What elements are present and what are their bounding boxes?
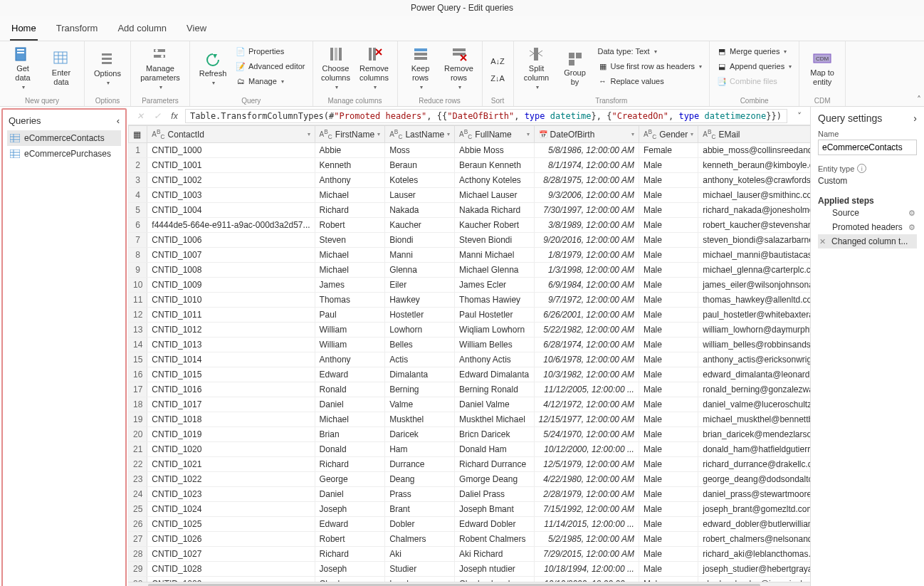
cell[interactable]: CNTID_1029 [147, 577, 315, 582]
cell[interactable]: CNTID_1021 [147, 457, 315, 472]
cell[interactable]: Studier [385, 562, 455, 577]
cell[interactable]: Donald Ham [455, 442, 535, 457]
gear-icon[interactable]: ⚙ [908, 223, 915, 232]
cell[interactable]: CNTID_1002 [147, 173, 315, 188]
row-number[interactable]: 5 [129, 203, 147, 218]
cell[interactable]: Kenneth [315, 158, 385, 173]
cell[interactable]: 5/2/1985, 12:00:00 AM [534, 532, 639, 547]
cell[interactable]: Male [639, 562, 698, 577]
row-number[interactable]: 1 [129, 143, 147, 158]
applied-step[interactable]: Promoted headers⚙ [818, 220, 917, 234]
row-number[interactable]: 17 [129, 382, 147, 397]
cell[interactable]: Ham [385, 442, 455, 457]
cell[interactable]: Joseph [315, 562, 385, 577]
row-number[interactable]: 9 [129, 263, 147, 278]
table-row[interactable]: 20CNTID_1019BrianDaricekBricn Daricek5/2… [129, 427, 811, 442]
table-row[interactable]: 21CNTID_1020DonaldHamDonald Ham10/12/200… [129, 442, 811, 457]
cell[interactable]: 7/15/1992, 12:00:00 AM [534, 502, 639, 517]
cell[interactable]: Male [639, 487, 698, 502]
cell[interactable]: Abbie [315, 143, 385, 158]
filter-dropdown-icon[interactable]: ▾ [527, 131, 530, 137]
scrollbar-thumb[interactable] [148, 584, 760, 587]
cell[interactable]: Joseph [315, 502, 385, 517]
cell[interactable]: Nakada [385, 203, 455, 218]
column-header-fullname[interactable]: ABCFullName▾ [455, 126, 535, 143]
enter-data-button[interactable]: Enter data [43, 44, 80, 93]
cell[interactable]: Deang [385, 472, 455, 487]
cell[interactable]: 6/9/1984, 12:00:00 AM [534, 278, 639, 293]
row-number[interactable]: 18 [129, 397, 147, 412]
row-number[interactable]: 23 [129, 472, 147, 487]
column-header-dateofbirth[interactable]: 📅DateOfBirth▾ [534, 126, 639, 143]
cell[interactable]: Male [639, 308, 698, 323]
cell[interactable]: 6/26/2001, 12:00:00 AM [534, 308, 639, 323]
cell[interactable]: Male [639, 323, 698, 338]
cell[interactable]: CNTID_1019 [147, 427, 315, 442]
cell[interactable]: Aki Richard [455, 547, 535, 562]
cell[interactable]: 10/12/2000, 12:00:00 ... [534, 442, 639, 457]
cell[interactable]: 7/29/2015, 12:00:00 AM [534, 547, 639, 562]
cell[interactable]: 6/28/1974, 12:00:00 AM [534, 338, 639, 352]
cell[interactable]: Charles [315, 577, 385, 582]
cell[interactable]: abbie_moss@collinsreedandhoward.com [698, 143, 810, 158]
cell[interactable]: Charles Laedes [455, 577, 535, 582]
cell[interactable]: Richard [315, 457, 385, 472]
row-number[interactable]: 12 [129, 308, 147, 323]
cell[interactable]: Male [639, 502, 698, 517]
row-number[interactable]: 30 [129, 577, 147, 582]
manage-button[interactable]: 🗂Manage▾ [233, 74, 308, 88]
delete-step-icon[interactable]: ✕ [819, 237, 826, 246]
cell[interactable]: William [315, 323, 385, 338]
cell[interactable]: 4/12/1972, 12:00:00 AM [534, 397, 639, 412]
cell[interactable]: Durrance [385, 457, 455, 472]
cell[interactable]: Male [639, 367, 698, 382]
row-number[interactable]: 27 [129, 532, 147, 547]
cell[interactable]: joseph_brant@gomezltd.com [698, 502, 810, 517]
row-number[interactable]: 22 [129, 457, 147, 472]
cell[interactable]: Biondi [385, 233, 455, 248]
cell[interactable]: Male [639, 293, 698, 308]
cell[interactable]: Prass [385, 487, 455, 502]
cell[interactable]: Male [639, 352, 698, 367]
cell[interactable]: 5/24/1970, 12:00:00 AM [534, 427, 639, 442]
map-to-entity-button[interactable]: CDM Map to entity [804, 44, 841, 93]
cell[interactable]: Robert [315, 218, 385, 233]
cell[interactable]: Nakada Richard [455, 203, 535, 218]
table-row[interactable]: 4CNTID_1003MichaelLauserMichael Lauser9/… [129, 188, 811, 203]
filter-dropdown-icon[interactable]: ▾ [691, 131, 693, 137]
table-row[interactable]: 2CNTID_1001KennethBeraunBeraun Kenneth8/… [129, 158, 811, 173]
cell[interactable]: Male [639, 382, 698, 397]
append-queries-button[interactable]: ⬓Append queries▾ [714, 59, 794, 73]
cell[interactable]: Aki [385, 547, 455, 562]
cell[interactable]: CNTID_1007 [147, 248, 315, 263]
cell[interactable]: Male [639, 472, 698, 487]
cell[interactable]: Valme [385, 397, 455, 412]
tab-transform[interactable]: Transform [55, 20, 100, 41]
cell[interactable]: 11/14/2015, 12:00:00 ... [534, 517, 639, 532]
cell[interactable]: Brian [315, 427, 385, 442]
table-row[interactable]: 10CNTID_1009JamesEilerJames Ecler6/9/198… [129, 278, 811, 293]
query-item-ecommerce-purchases[interactable]: eCommercePurchases [7, 146, 121, 162]
cell[interactable]: michael_muskthel@bennettburnett.com [698, 412, 810, 427]
cell[interactable]: Hawkey [385, 293, 455, 308]
table-row[interactable]: 16CNTID_1015EdwardDimalantaEdward Dimala… [129, 367, 811, 382]
cell[interactable]: Michael Lauser [455, 188, 535, 203]
cell[interactable]: Ronald [315, 382, 385, 397]
table-row[interactable]: 7CNTID_1006StevenBiondiSteven Biondi9/20… [129, 233, 811, 248]
tab-view[interactable]: View [185, 20, 208, 41]
cell[interactable]: Edward [315, 517, 385, 532]
cell[interactable]: Bricn Daricek [455, 427, 535, 442]
cell[interactable]: Donald [315, 442, 385, 457]
row-number[interactable]: 25 [129, 502, 147, 517]
cell[interactable]: CNTID_1027 [147, 547, 315, 562]
column-header-gender[interactable]: ABCGender▾ [639, 126, 698, 143]
cell[interactable]: CNTID_1010 [147, 293, 315, 308]
cell[interactable]: thomas_hawkey@allenltd.com [698, 293, 810, 308]
cell[interactable]: Male [639, 338, 698, 352]
row-number[interactable]: 15 [129, 352, 147, 367]
cell[interactable]: f4444de5-664e-e911-a9ac-000d3a2d57... [147, 218, 315, 233]
cell[interactable]: CNTID_1028 [147, 562, 315, 577]
cell[interactable]: Beraun [385, 158, 455, 173]
cell[interactable]: richard_nakada@jonesholmesandmooney.com [698, 203, 810, 218]
cell[interactable]: CNTID_1016 [147, 382, 315, 397]
